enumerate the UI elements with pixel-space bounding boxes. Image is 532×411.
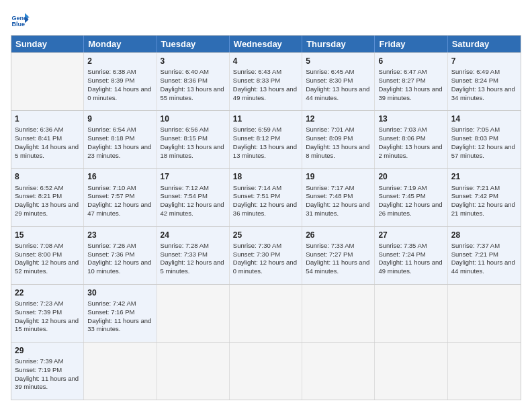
calendar-cell: 12Sunrise: 7:01 AM Sunset: 8:09 PM Dayli… <box>302 111 375 168</box>
day-number: 4 <box>233 56 298 66</box>
day-info: Sunrise: 7:23 AM <box>15 300 63 307</box>
day-info: Sunrise: 7:17 AM <box>306 184 354 191</box>
day-info: Sunset: 7:45 PM <box>378 192 425 199</box>
day-number: 5 <box>306 56 371 66</box>
day-info: Sunrise: 7:10 AM <box>87 184 136 191</box>
calendar-body: 2Sunrise: 6:38 AM Sunset: 8:39 PM Daylig… <box>11 52 521 400</box>
day-info: Sunset: 7:33 PM <box>161 250 208 258</box>
day-info: Sunset: 7:30 PM <box>233 250 280 258</box>
day-info: Daylight: 13 hours <box>87 143 139 150</box>
calendar-cell: 7Sunrise: 6:49 AM Sunset: 8:24 PM Daylig… <box>448 53 521 110</box>
day-info: Sunrise: 7:19 AM <box>378 184 427 191</box>
day-number: 28 <box>451 230 517 240</box>
calendar-cell: 4Sunrise: 6:43 AM Sunset: 8:33 PM Daylig… <box>230 53 302 110</box>
day-info: Daylight: 12 hours <box>378 201 430 208</box>
day-info: Sunrise: 7:30 AM <box>233 242 281 249</box>
day-info: Daylight: 13 hours <box>161 85 212 93</box>
day-info: Sunset: 8:06 PM <box>378 134 425 142</box>
header-day-thursday: Thursday <box>302 36 375 52</box>
calendar-cell: 13Sunrise: 7:03 AM Sunset: 8:06 PM Dayli… <box>375 111 447 168</box>
day-info: Sunrise: 7:03 AM <box>378 126 427 133</box>
calendar: SundayMondayTuesdayWednesdayThursdayFrid… <box>11 35 521 400</box>
day-info: Sunrise: 6:43 AM <box>233 68 281 75</box>
day-number: 17 <box>161 171 226 182</box>
calendar-cell: 28Sunrise: 7:37 AM Sunset: 7:21 PM Dayli… <box>448 227 521 284</box>
day-info: Sunrise: 6:49 AM <box>451 68 500 75</box>
day-info: Sunrise: 7:12 AM <box>161 184 209 191</box>
calendar-row-3: 15Sunrise: 7:08 AM Sunset: 8:00 PM Dayli… <box>11 226 521 284</box>
day-info: Daylight: 13 hours <box>451 85 503 93</box>
calendar-cell: 3Sunrise: 6:40 AM Sunset: 8:36 PM Daylig… <box>157 53 230 110</box>
day-info: Daylight: 12 hours <box>87 201 139 208</box>
header-day-friday: Friday <box>375 36 447 52</box>
day-info: Sunset: 7:42 PM <box>451 192 498 199</box>
day-info: Sunrise: 7:39 AM <box>15 357 63 365</box>
day-number: 3 <box>161 56 226 66</box>
day-info: Sunset: 7:39 PM <box>15 308 62 316</box>
calendar-row-0: 2Sunrise: 6:38 AM Sunset: 8:39 PM Daylig… <box>11 52 521 110</box>
calendar-cell: 21Sunrise: 7:21 AM Sunset: 7:42 PM Dayli… <box>448 169 521 226</box>
header: General Blue <box>11 11 521 30</box>
day-info: Sunrise: 7:08 AM <box>15 242 63 249</box>
header-day-sunday: Sunday <box>11 36 84 52</box>
calendar-cell <box>157 342 230 400</box>
day-number: 20 <box>378 171 443 182</box>
day-info: Sunset: 8:36 PM <box>161 77 208 84</box>
day-info: Daylight: 13 hours <box>378 85 430 93</box>
calendar-cell: 18Sunrise: 7:14 AM Sunset: 7:51 PM Dayli… <box>230 169 302 226</box>
day-info: Sunrise: 6:36 AM <box>15 126 63 133</box>
day-info: Daylight: 14 hours <box>15 143 66 150</box>
day-number: 23 <box>87 230 152 240</box>
day-number: 26 <box>306 230 371 240</box>
calendar-cell <box>230 342 302 400</box>
page: General Blue SundayMondayTuesdayWednesda… <box>0 0 532 411</box>
day-info: Daylight: 11 hours <box>451 259 503 266</box>
day-info: Sunrise: 6:40 AM <box>161 68 209 75</box>
day-info: Sunrise: 6:56 AM <box>161 126 209 133</box>
day-info: Sunset: 7:48 PM <box>306 192 353 199</box>
calendar-cell: 5Sunrise: 6:45 AM Sunset: 8:30 PM Daylig… <box>302 53 375 110</box>
calendar-cell <box>375 285 447 342</box>
day-info: Sunset: 7:51 PM <box>233 192 280 199</box>
day-number: 16 <box>87 171 152 182</box>
day-number: 10 <box>161 113 226 124</box>
day-number: 13 <box>378 113 443 124</box>
day-info: Sunset: 8:00 PM <box>15 250 62 258</box>
day-info: Sunrise: 7:33 AM <box>306 242 354 249</box>
day-number: 11 <box>233 113 298 124</box>
day-info: Daylight: 12 hours <box>161 259 212 266</box>
day-info: Sunset: 8:03 PM <box>451 134 498 142</box>
calendar-cell: 22Sunrise: 7:23 AM Sunset: 7:39 PM Dayli… <box>11 285 84 342</box>
day-info: Sunset: 7:16 PM <box>87 308 134 316</box>
day-info: Daylight: 12 hours <box>87 259 139 266</box>
calendar-cell: 17Sunrise: 7:12 AM Sunset: 7:54 PM Dayli… <box>157 169 230 226</box>
day-number: 6 <box>378 56 443 66</box>
day-number: 25 <box>233 230 298 240</box>
calendar-cell: 30Sunrise: 7:42 AM Sunset: 7:16 PM Dayli… <box>84 285 157 342</box>
logo: General Blue <box>11 11 32 30</box>
day-info: Sunrise: 6:54 AM <box>87 126 136 133</box>
calendar-cell: 19Sunrise: 7:17 AM Sunset: 7:48 PM Dayli… <box>302 169 375 226</box>
day-info: Daylight: 14 hours <box>87 85 139 93</box>
day-info: Sunrise: 7:35 AM <box>378 242 427 249</box>
day-number: 21 <box>451 171 517 182</box>
day-info: Sunrise: 7:28 AM <box>161 242 209 249</box>
calendar-cell <box>11 53 84 110</box>
day-number: 19 <box>306 171 371 182</box>
day-info: Sunrise: 7:26 AM <box>87 242 136 249</box>
day-number: 24 <box>161 230 226 240</box>
day-info: Daylight: 13 hours <box>233 143 285 150</box>
day-info: Sunrise: 6:45 AM <box>306 68 354 75</box>
calendar-cell: 16Sunrise: 7:10 AM Sunset: 7:57 PM Dayli… <box>84 169 157 226</box>
day-info: Daylight: 12 hours <box>306 201 357 208</box>
day-info: Sunrise: 7:37 AM <box>451 242 500 249</box>
calendar-cell: 10Sunrise: 6:56 AM Sunset: 8:15 PM Dayli… <box>157 111 230 168</box>
calendar-header: SundayMondayTuesdayWednesdayThursdayFrid… <box>11 36 521 52</box>
header-day-monday: Monday <box>84 36 157 52</box>
day-info: Sunrise: 6:47 AM <box>378 68 427 75</box>
day-number: 30 <box>87 287 152 298</box>
calendar-cell: 6Sunrise: 6:47 AM Sunset: 8:27 PM Daylig… <box>375 53 447 110</box>
day-info: Daylight: 12 hours <box>15 317 66 324</box>
day-info: Sunset: 8:15 PM <box>161 134 208 142</box>
day-number: 2 <box>87 56 152 66</box>
